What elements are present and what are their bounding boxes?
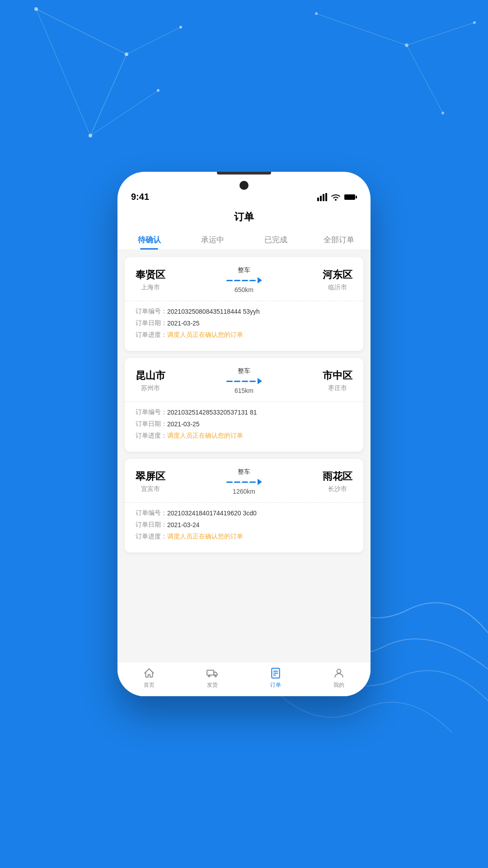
svg-point-8 xyxy=(179,26,182,28)
order-no-row-2: 订单编号： 20210325142853320537131 81 xyxy=(136,408,352,416)
route-middle-3: 整车 1260km xyxy=(226,468,262,495)
order-no-value-2: 20210325142853320537131 81 xyxy=(167,409,352,416)
svg-point-16 xyxy=(441,112,444,114)
order-card-2[interactable]: 昆山市 苏州市 整车 xyxy=(125,358,363,452)
to-city-name-1: 河东区 xyxy=(323,268,352,282)
dash xyxy=(226,381,233,382)
dash xyxy=(234,280,240,281)
route-arrow-2 xyxy=(226,378,262,384)
order-card-1[interactable]: 奉贤区 上海市 整车 xyxy=(125,257,363,351)
bottom-nav: 首页 发货 xyxy=(117,662,371,696)
order-details-2: 订单编号： 20210325142853320537131 81 订单日期： 2… xyxy=(125,402,363,452)
order-details-3: 订单编号： 202103241840174419620 3cd0 订单日期： 2… xyxy=(125,503,363,552)
nav-home-label: 首页 xyxy=(144,681,155,689)
route-distance-3: 1260km xyxy=(233,488,255,495)
svg-line-1 xyxy=(90,54,127,136)
tabs-container: 待确认 承运中 已完成 全部订单 xyxy=(117,229,371,250)
signal-icon xyxy=(317,193,327,201)
order-progress-row-1: 订单进度： 调度人员正在确认您的订单 xyxy=(136,331,352,339)
to-city-1: 河东区 临沂市 xyxy=(323,268,352,292)
nav-orders[interactable]: 订单 xyxy=(244,667,307,689)
battery-icon xyxy=(344,193,357,201)
order-no-value-3: 202103241840174419620 3cd0 xyxy=(167,509,352,517)
phone-frame: 9:41 订单 xyxy=(117,172,371,696)
dash xyxy=(249,381,256,382)
order-no-label-3: 订单编号： xyxy=(136,509,167,517)
order-progress-label-1: 订单进度： xyxy=(136,331,167,339)
svg-rect-19 xyxy=(323,194,324,201)
svg-rect-23 xyxy=(356,196,357,198)
dash xyxy=(226,481,233,483)
from-city-name-2: 昆山市 xyxy=(136,369,165,382)
tab-completed[interactable]: 已完成 xyxy=(244,229,307,250)
route-arrow-3 xyxy=(226,479,262,485)
route-distance-2: 615km xyxy=(235,387,253,394)
order-no-value-1: 202103250808435118444 53yyh xyxy=(167,308,352,315)
profile-icon xyxy=(333,667,345,679)
dash xyxy=(242,381,248,382)
truck-icon xyxy=(206,667,219,679)
order-card-3[interactable]: 翠屏区 宜宾市 整车 xyxy=(125,459,363,552)
route-middle-1: 整车 650km xyxy=(226,266,262,293)
order-date-row-1: 订单日期： 2021-03-25 xyxy=(136,319,352,327)
orders-list: 奉贤区 上海市 整车 xyxy=(117,250,371,662)
svg-line-12 xyxy=(407,45,443,113)
to-city-name-3: 雨花区 xyxy=(323,470,352,483)
svg-point-26 xyxy=(215,675,216,677)
order-no-row-3: 订单编号： 202103241840174419620 3cd0 xyxy=(136,509,352,517)
svg-line-2 xyxy=(36,9,90,136)
order-date-label-3: 订单日期： xyxy=(136,521,167,529)
svg-point-21 xyxy=(335,199,337,201)
to-city-name-2: 市中区 xyxy=(323,369,352,382)
svg-rect-17 xyxy=(317,198,319,201)
svg-rect-24 xyxy=(207,670,214,675)
nav-profile[interactable]: 我的 xyxy=(307,667,371,689)
tab-all-orders[interactable]: 全部订单 xyxy=(307,229,371,250)
status-time: 9:41 xyxy=(131,192,149,202)
route-section-1: 奉贤区 上海市 整车 xyxy=(125,257,363,301)
from-city-name-3: 翠屏区 xyxy=(136,470,165,483)
to-city-3: 雨花区 长沙市 xyxy=(323,470,352,493)
svg-point-9 xyxy=(157,89,160,92)
order-no-row-1: 订单编号： 202103250808435118444 53yyh xyxy=(136,307,352,316)
nav-shipment[interactable]: 发货 xyxy=(181,667,244,689)
svg-rect-20 xyxy=(325,193,327,201)
svg-line-4 xyxy=(127,27,181,54)
arrow-dashes-2 xyxy=(226,381,256,382)
order-date-value-2: 2021-03-25 xyxy=(167,420,352,428)
from-province-3: 宜宾市 xyxy=(136,485,165,493)
order-date-label-2: 订单日期： xyxy=(136,420,167,428)
svg-point-13 xyxy=(315,12,318,15)
order-date-value-1: 2021-03-25 xyxy=(167,320,352,327)
route-section-3: 翠屏区 宜宾市 整车 xyxy=(125,459,363,503)
status-icons xyxy=(317,193,357,201)
tab-pending[interactable]: 待确认 xyxy=(117,229,181,250)
order-date-row-2: 订单日期： 2021-03-25 xyxy=(136,420,352,428)
nav-profile-label: 我的 xyxy=(333,681,344,689)
arrow-head-3 xyxy=(258,479,262,485)
dash xyxy=(242,280,248,281)
order-details-1: 订单编号： 202103250808435118444 53yyh 订单日期： … xyxy=(125,301,363,351)
tab-in-transit[interactable]: 承运中 xyxy=(181,229,244,250)
dash xyxy=(249,280,256,281)
svg-point-7 xyxy=(89,134,92,137)
order-progress-label-2: 订单进度： xyxy=(136,432,167,440)
route-distance-1: 650km xyxy=(235,286,253,293)
route-section-2: 昆山市 苏州市 整车 xyxy=(125,358,363,402)
route-type-1: 整车 xyxy=(238,266,250,274)
arrow-head-1 xyxy=(258,277,262,283)
nav-home[interactable]: 首页 xyxy=(117,667,181,689)
from-city-name-1: 奉贤区 xyxy=(136,268,165,282)
home-icon xyxy=(143,667,155,679)
order-date-label-1: 订单日期： xyxy=(136,319,167,327)
nav-shipment-label: 发货 xyxy=(207,681,218,689)
order-no-label-1: 订单编号： xyxy=(136,307,167,316)
page-header: 订单 待确认 承运中 已完成 全部订单 xyxy=(117,206,371,250)
to-province-1: 临沂市 xyxy=(323,283,352,292)
svg-point-31 xyxy=(337,669,341,673)
svg-rect-18 xyxy=(320,196,322,201)
order-date-row-3: 订单日期： 2021-03-24 xyxy=(136,521,352,529)
svg-point-14 xyxy=(405,43,408,47)
svg-line-10 xyxy=(316,14,407,45)
svg-point-5 xyxy=(34,7,38,11)
